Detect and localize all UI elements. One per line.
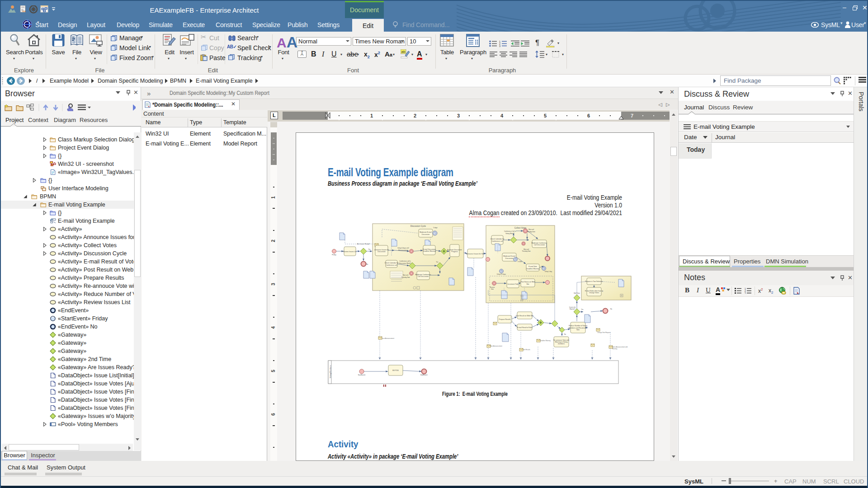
svg-text:Thursday 9am: Thursday 9am — [401, 277, 410, 278]
svg-text:Wait until: Wait until — [403, 274, 409, 276]
svg-text:Change Vote Request: Change Vote Request — [597, 332, 611, 333]
svg-text:Discussion Cycle: Discussion Cycle — [410, 225, 426, 227]
svg-text:Voting Members: Voting Members — [329, 365, 331, 378]
svg-text:Majority?: Majority? — [570, 308, 576, 310]
svg-text:5: 5 — [271, 370, 276, 372]
svg-text:Deadline Warning: Deadline Warning — [526, 268, 539, 270]
svg-text:No: No — [564, 333, 566, 335]
svg-text:Delay 3.5 days: Delay 3.5 days — [497, 273, 506, 275]
svg-text:1: 1 — [271, 196, 276, 199]
svg-text:5: 5 — [544, 113, 547, 118]
svg-text:Increment Tally: Increment Tally — [507, 283, 518, 285]
svg-text:3: 3 — [271, 283, 276, 286]
svg-text:6: 6 — [271, 413, 276, 416]
svg-text:2: 2 — [414, 113, 416, 118]
svg-text:Prepare is Two Solutions: Prepare is Two Solutions — [585, 281, 603, 282]
svg-text:Post Result on Web Site: Post Result on Web Site — [516, 315, 533, 317]
svg-text:Yes: Yes — [368, 249, 371, 250]
svg-text:Vote: Vote — [576, 329, 580, 331]
svg-text:E-mail Result of Vote: E-mail Result of Vote — [517, 327, 533, 328]
svg-text:Warning: Warning — [612, 348, 617, 350]
svg-text:No: No — [366, 263, 368, 265]
svg-text:Call Discussion: Call Discussion — [534, 244, 545, 246]
svg-text:Yes: Yes — [436, 261, 439, 263]
svg-text:Conference call: Conference call — [386, 264, 397, 266]
svg-text:3: 3 — [745, 292, 746, 294]
svg-text:StartEvent1: StartEvent1 — [358, 374, 366, 376]
svg-text:Discussion: Discussion — [377, 251, 385, 253]
svg-text:5 days: 5 days — [433, 227, 438, 229]
svg-text:4: 4 — [271, 326, 276, 329]
svg-text:3: 3 — [457, 113, 460, 118]
svg-text:Vote Results: Vote Results — [523, 349, 530, 351]
svg-text:Call Discussion: Call Discussion — [418, 276, 429, 277]
svg-text:Delay 1 day: Delay 1 day — [545, 271, 552, 272]
svg-text:Yes: Yes — [581, 309, 584, 310]
svg-text:7: 7 — [631, 113, 633, 118]
svg-text:Discussion: Discussion — [422, 234, 429, 235]
svg-text:3: 3 — [499, 45, 500, 47]
svg-text:4: 4 — [500, 113, 504, 118]
svg-text:Conference call is: Conference call is — [399, 260, 411, 262]
svg-text:Deadline Warning: Deadline Warning — [423, 250, 435, 252]
svg-text:Site: Site — [526, 283, 529, 285]
svg-text:Announce Issues for Vote: Announce Issues for Vote — [466, 253, 485, 255]
svg-text:Issue Announcement: Issue Announcement — [382, 338, 394, 339]
svg-text:Change Votes: Change Votes — [589, 292, 599, 294]
svg-text:Thursday 9am: Thursday 9am — [522, 250, 531, 252]
svg-text:1: 1 — [370, 113, 373, 118]
svg-text:Friday: Friday — [332, 254, 336, 256]
svg-text:Vote Announcement: Vote Announcement — [490, 345, 502, 347]
svg-text:ab: ab — [401, 50, 406, 54]
svg-text:No: No — [610, 308, 612, 310]
svg-text:members: members — [558, 343, 565, 345]
svg-text:Prepare Results: Prepare Results — [499, 319, 511, 320]
svg-text:Vote: Vote — [491, 288, 494, 290]
svg-text:Discussion: Discussion — [505, 258, 513, 259]
svg-text:6: 6 — [587, 113, 590, 118]
svg-text:2: 2 — [271, 239, 276, 242]
svg-text:Deadline Warning: Deadline Warning — [540, 340, 551, 342]
svg-text:BUY556: BUY556 — [392, 370, 398, 371]
svg-text:Conference call: Conference call — [492, 240, 503, 242]
svg-text:Review Issues List: Review Issues List — [343, 251, 357, 253]
svg-text:Wait until: Wait until — [528, 229, 534, 230]
svg-text:Progress: Progress — [451, 251, 458, 253]
svg-text:Discussion Week?: Discussion Week? — [399, 263, 411, 264]
svg-text:EndEvent1: EndEvent1 — [420, 374, 428, 376]
svg-text:Conference Call is: Conference Call is — [504, 230, 516, 232]
svg-text:Delay 6 days until: Delay 6 days until — [397, 247, 409, 249]
